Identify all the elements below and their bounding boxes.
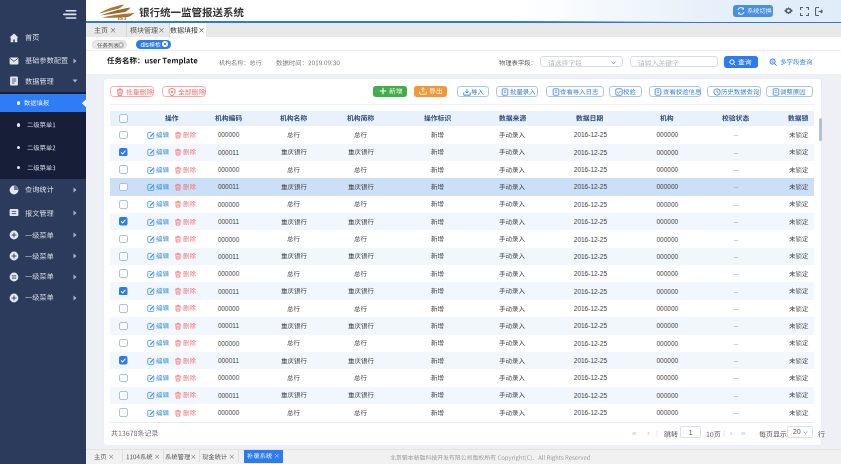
svg-text:IST: IST: [118, 15, 128, 21]
